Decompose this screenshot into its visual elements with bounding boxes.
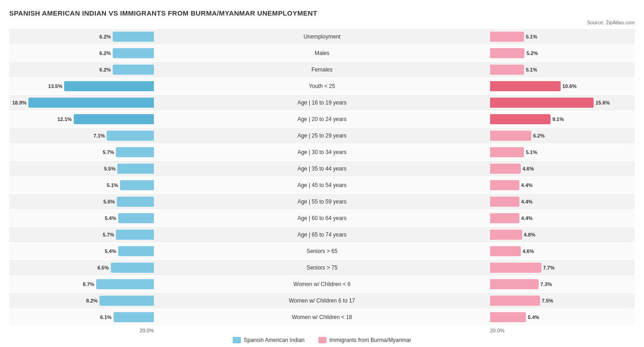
bar-label: Seniors > 75 [156, 264, 488, 271]
right-bar-container: 7.3% [488, 279, 635, 289]
bar-left: 5.6% [117, 197, 154, 207]
bar-value-left: 5.1% [107, 182, 118, 188]
axis-right-label: 20.0% [488, 328, 635, 333]
bar-right: 7.3% [490, 279, 539, 289]
chart-title: SPANISH AMERICAN INDIAN VS IMMIGRANTS FR… [9, 9, 635, 17]
bar-value-left: 5.5% [104, 166, 115, 171]
bar-label: Females [156, 66, 488, 73]
bar-value-right: 4.8% [524, 232, 535, 237]
bar-left: 5.1% [120, 180, 154, 190]
bar-label: Age | 45 to 54 years [156, 182, 488, 188]
chart-row: 6.1% Women w/ Children < 18 5.4% [9, 309, 635, 325]
right-bar-container: 4.8% [488, 230, 635, 240]
bar-right: 4.6% [490, 164, 521, 174]
bar-left: 7.1% [107, 131, 154, 141]
left-bar-container: 5.1% [9, 180, 156, 190]
bar-value-left: 7.1% [93, 133, 105, 138]
chart-row: 6.2% Males 5.2% [9, 45, 635, 61]
bar-right: 4.4% [490, 213, 519, 223]
right-bar-container: 4.6% [488, 246, 635, 256]
bar-label: Age | 25 to 29 years [156, 132, 488, 139]
left-bar-container: 5.5% [9, 164, 156, 174]
source-label: Source: ZipAtlas.com [9, 20, 635, 25]
chart-row: 5.5% Age | 35 to 44 years 4.6% [9, 161, 635, 176]
left-bar-container: 18.9% [9, 98, 156, 108]
bar-right: 15.6% [490, 98, 594, 108]
bar-value-right: 7.3% [540, 281, 552, 287]
left-bar-container: 6.5% [9, 263, 156, 273]
left-bar-container: 5.4% [9, 246, 156, 256]
bar-right: 7.7% [490, 263, 541, 273]
bar-value-right: 7.7% [543, 265, 555, 270]
bar-left: 5.7% [116, 147, 154, 157]
right-bar-container: 7.5% [488, 296, 635, 306]
chart-row: 5.4% Age | 60 to 64 years 4.4% [9, 210, 635, 226]
right-bar-container: 10.6% [488, 81, 635, 91]
bar-value-right: 5.1% [526, 34, 537, 39]
left-bar-container: 5.7% [9, 230, 156, 240]
chart-row: 13.5% Youth < 25 10.6% [9, 78, 635, 94]
bar-left: 6.2% [113, 65, 154, 75]
chart-row: 5.7% Age | 30 to 34 years 5.1% [9, 144, 635, 160]
bar-value-left: 8.7% [83, 281, 94, 287]
right-bar-container: 4.4% [488, 180, 635, 190]
bar-value-left: 8.2% [86, 298, 98, 303]
right-bar-container: 6.2% [488, 131, 635, 141]
bar-value-right: 10.6% [562, 83, 577, 89]
bar-left: 5.7% [116, 230, 154, 240]
chart-row: 6.2% Unemployment 5.1% [9, 29, 635, 44]
bar-right: 9.1% [490, 114, 551, 124]
bar-value-left: 5.4% [105, 215, 116, 221]
chart-row: 6.5% Seniors > 75 7.7% [9, 260, 635, 275]
bar-right: 5.1% [490, 32, 524, 42]
legend-box-pink [318, 337, 327, 343]
bar-value-left: 5.4% [105, 248, 116, 254]
bar-value-right: 4.6% [523, 248, 534, 254]
bar-value-left: 6.2% [99, 34, 111, 39]
bar-value-right: 5.4% [528, 314, 539, 320]
bar-value-left: 5.6% [104, 199, 115, 204]
bar-right: 4.8% [490, 230, 522, 240]
axis-row: 20.0% 20.0% [9, 328, 635, 333]
bar-label: Age | 20 to 24 years [156, 116, 488, 122]
left-bar-container: 8.7% [9, 279, 156, 289]
bar-right: 5.2% [490, 48, 524, 58]
chart-area: 6.2% Unemployment 5.1% 6.2% Males 5.2% [9, 29, 635, 325]
bar-value-left: 6.1% [100, 314, 111, 320]
right-bar-container: 5.4% [488, 312, 635, 322]
legend-item-left: Spanish American Indian [233, 337, 305, 343]
bar-label: Age | 16 to 19 years [156, 99, 488, 106]
chart-row: 7.1% Age | 25 to 29 years 6.2% [9, 128, 635, 143]
bar-left: 5.4% [118, 213, 154, 223]
bar-label: Age | 65 to 74 years [156, 231, 488, 238]
bar-label: Age | 60 to 64 years [156, 215, 488, 221]
bar-left: 8.7% [96, 279, 154, 289]
legend-label-left: Spanish American Indian [244, 337, 305, 343]
right-bar-container: 4.6% [488, 164, 635, 174]
bar-value-right: 6.2% [533, 133, 545, 138]
bar-right: 5.1% [490, 147, 524, 157]
bar-right: 5.4% [490, 312, 526, 322]
right-bar-container: 5.1% [488, 65, 635, 75]
bar-label: Seniors > 65 [156, 248, 488, 254]
bar-value-right: 5.1% [526, 67, 537, 72]
right-bar-container: 5.1% [488, 32, 635, 42]
bar-value-right: 7.5% [542, 298, 553, 303]
left-bar-container: 7.1% [9, 131, 156, 141]
chart-container: SPANISH AMERICAN INDIAN VS IMMIGRANTS FR… [0, 0, 644, 347]
bar-value-right: 15.6% [595, 100, 610, 105]
bar-value-right: 5.1% [526, 149, 537, 155]
bar-value-left: 13.5% [48, 83, 62, 89]
right-bar-container: 7.7% [488, 263, 635, 273]
legend: Spanish American Indian Immigrants from … [9, 337, 635, 343]
bar-left: 6.5% [111, 263, 154, 273]
bar-label: Women w/ Children 6 to 17 [156, 297, 488, 304]
left-bar-container: 5.7% [9, 147, 156, 157]
chart-row: 5.7% Age | 65 to 74 years 4.8% [9, 227, 635, 242]
right-bar-container: 5.1% [488, 147, 635, 157]
bar-value-left: 5.7% [103, 149, 114, 155]
right-bar-container: 5.2% [488, 48, 635, 58]
bar-label: Age | 30 to 34 years [156, 149, 488, 155]
bar-right: 10.6% [490, 81, 561, 91]
legend-label-right: Immigrants from Burma/Myanmar [329, 337, 411, 343]
